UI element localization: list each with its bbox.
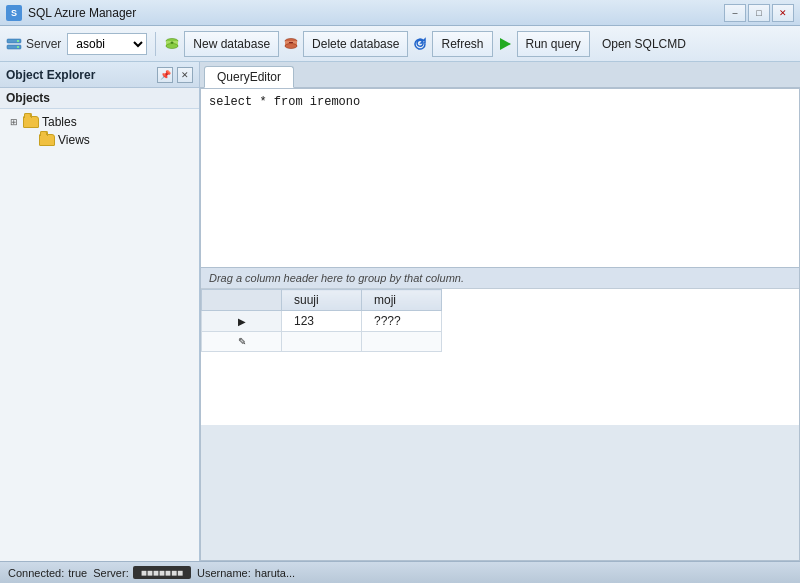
results-area: Drag a column header here to group by th… bbox=[200, 268, 800, 561]
database-select[interactable]: asobi bbox=[67, 33, 147, 55]
toolbar-separator-1 bbox=[155, 32, 156, 56]
empty-moji bbox=[362, 332, 442, 352]
results-bottom bbox=[201, 425, 799, 561]
username-value: haruta... bbox=[255, 567, 295, 579]
col-moji: moji bbox=[362, 290, 442, 311]
server-status-value: ■■■■■■■ bbox=[133, 566, 191, 579]
empty-suuji bbox=[282, 332, 362, 352]
pin-button[interactable]: 📌 bbox=[157, 67, 173, 83]
svg-marker-12 bbox=[500, 38, 511, 50]
object-explorer-header: Object Explorer 📌 ✕ bbox=[0, 62, 199, 88]
close-button[interactable]: ✕ bbox=[772, 4, 794, 22]
app-icon: S bbox=[6, 5, 22, 21]
results-grid[interactable]: suuji moji ▶ 123 ???? ✎ bbox=[201, 289, 799, 425]
toolbar: Server asobi + New database – Delete dat… bbox=[0, 26, 800, 62]
views-label: Views bbox=[58, 133, 90, 147]
run-query-icon bbox=[497, 36, 513, 52]
connected-value: true bbox=[68, 567, 87, 579]
tree-item-tables[interactable]: ⊞ Tables bbox=[0, 113, 199, 131]
tables-folder-icon bbox=[23, 116, 39, 128]
query-editor[interactable]: select * from iremono bbox=[200, 88, 800, 268]
main-area: Object Explorer 📌 ✕ Objects ⊞ Tables ▶ bbox=[0, 62, 800, 561]
username-status: Username: haruta... bbox=[197, 567, 295, 579]
svg-text:+: + bbox=[171, 39, 175, 45]
tree-item-views[interactable]: ▶ Views bbox=[0, 131, 199, 149]
maximize-button[interactable]: □ bbox=[748, 4, 770, 22]
title-bar: S SQL Azure Manager – □ ✕ bbox=[0, 0, 800, 26]
delete-db-icon: – bbox=[283, 36, 299, 52]
connected-status: Connected: true bbox=[8, 567, 87, 579]
svg-point-3 bbox=[17, 46, 19, 48]
objects-label: Objects bbox=[0, 88, 199, 109]
minimize-button[interactable]: – bbox=[724, 4, 746, 22]
new-row: ✎ bbox=[202, 332, 442, 352]
cell-moji: ???? bbox=[362, 311, 442, 332]
tree-area: ⊞ Tables ▶ Views bbox=[0, 109, 199, 561]
query-editor-tab[interactable]: QueryEditor bbox=[204, 66, 294, 88]
panel-header-buttons: 📌 ✕ bbox=[157, 67, 193, 83]
drag-hint: Drag a column header here to group by th… bbox=[201, 268, 799, 289]
username-label: Username: bbox=[197, 567, 251, 579]
object-explorer-panel: Object Explorer 📌 ✕ Objects ⊞ Tables ▶ bbox=[0, 62, 200, 561]
svg-point-2 bbox=[17, 40, 19, 42]
col-suuji: suuji bbox=[282, 290, 362, 311]
new-db-icon: + bbox=[164, 36, 180, 52]
cell-suuji: 123 bbox=[282, 311, 362, 332]
delete-database-button[interactable]: Delete database bbox=[303, 31, 408, 57]
server-label: Server bbox=[26, 37, 61, 51]
tabs-bar: QueryEditor bbox=[200, 62, 800, 88]
refresh-button[interactable]: Refresh bbox=[432, 31, 492, 57]
server-icon bbox=[6, 36, 22, 52]
new-database-button[interactable]: New database bbox=[184, 31, 279, 57]
row-indicator: ▶ bbox=[202, 311, 282, 332]
open-sqlcmd-button[interactable]: Open SQLCMD bbox=[594, 31, 694, 57]
results-table: suuji moji ▶ 123 ???? ✎ bbox=[201, 289, 442, 352]
title-bar-text: SQL Azure Manager bbox=[28, 6, 718, 20]
run-query-button[interactable]: Run query bbox=[517, 31, 590, 57]
svg-text:–: – bbox=[289, 37, 294, 46]
object-explorer-title: Object Explorer bbox=[6, 68, 95, 82]
tables-toggle[interactable]: ⊞ bbox=[8, 116, 20, 128]
new-row-indicator: ✎ bbox=[202, 332, 282, 352]
title-bar-buttons: – □ ✕ bbox=[724, 4, 794, 22]
right-panel: QueryEditor select * from iremono Drag a… bbox=[200, 62, 800, 561]
connected-label: Connected: bbox=[8, 567, 64, 579]
server-status: Server: ■■■■■■■ bbox=[93, 566, 191, 579]
table-row: ▶ 123 ???? bbox=[202, 311, 442, 332]
tables-label: Tables bbox=[42, 115, 77, 129]
close-panel-button[interactable]: ✕ bbox=[177, 67, 193, 83]
views-folder-icon bbox=[39, 134, 55, 146]
status-bar: Connected: true Server: ■■■■■■■ Username… bbox=[0, 561, 800, 583]
server-status-label: Server: bbox=[93, 567, 128, 579]
refresh-icon bbox=[412, 36, 428, 52]
